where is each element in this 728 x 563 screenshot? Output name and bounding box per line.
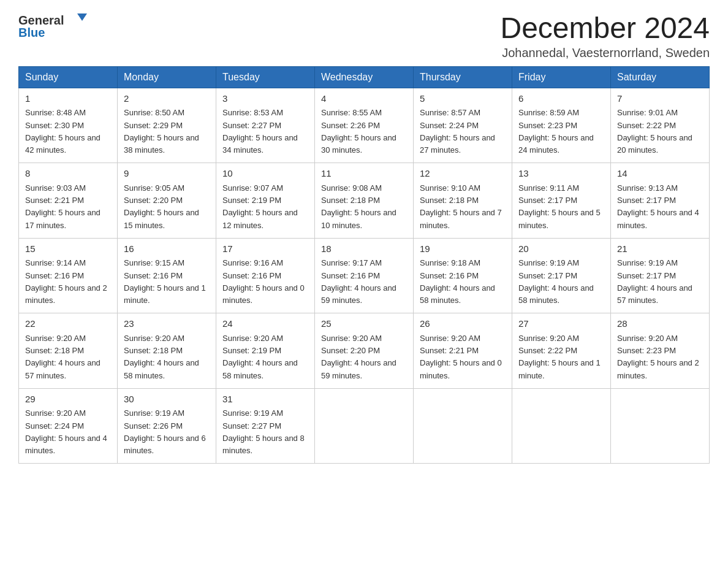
calendar-day-cell: 24 Sunrise: 9:20 AMSunset: 2:19 PMDaylig… <box>216 313 315 389</box>
day-number: 16 <box>124 242 210 256</box>
day-number: 30 <box>124 393 210 407</box>
day-info: Sunrise: 9:20 AMSunset: 2:20 PMDaylight:… <box>321 334 396 380</box>
calendar-day-cell: 23 Sunrise: 9:20 AMSunset: 2:18 PMDaylig… <box>118 313 216 389</box>
calendar-day-cell <box>315 388 414 464</box>
day-info: Sunrise: 9:11 AMSunset: 2:17 PMDaylight:… <box>518 183 601 230</box>
day-number: 25 <box>321 317 407 331</box>
header-tuesday: Tuesday <box>216 66 315 88</box>
day-number: 3 <box>222 92 308 106</box>
calendar-day-cell: 15 Sunrise: 9:14 AMSunset: 2:16 PMDaylig… <box>19 238 118 313</box>
day-info: Sunrise: 9:18 AMSunset: 2:16 PMDaylight:… <box>420 258 495 305</box>
day-info: Sunrise: 9:20 AMSunset: 2:18 PMDaylight:… <box>124 334 199 380</box>
calendar-week-row: 8 Sunrise: 9:03 AMSunset: 2:21 PMDayligh… <box>19 163 710 239</box>
day-info: Sunrise: 8:53 AMSunset: 2:27 PMDaylight:… <box>222 108 298 155</box>
day-info: Sunrise: 8:59 AMSunset: 2:23 PMDaylight:… <box>518 108 594 155</box>
day-number: 19 <box>420 242 506 256</box>
header: General Blue December 2024 Johannedal, V… <box>18 12 710 60</box>
day-info: Sunrise: 8:50 AMSunset: 2:29 PMDaylight:… <box>124 108 199 155</box>
header-saturday: Saturday <box>611 66 710 88</box>
day-info: Sunrise: 9:08 AMSunset: 2:18 PMDaylight:… <box>321 183 396 230</box>
day-number: 31 <box>222 393 308 407</box>
header-sunday: Sunday <box>19 66 118 88</box>
page-title: December 2024 <box>500 12 710 45</box>
calendar-day-cell: 17 Sunrise: 9:16 AMSunset: 2:16 PMDaylig… <box>216 238 315 313</box>
day-info: Sunrise: 8:55 AMSunset: 2:26 PMDaylight:… <box>321 108 396 155</box>
calendar-week-row: 15 Sunrise: 9:14 AMSunset: 2:16 PMDaylig… <box>19 238 710 313</box>
day-info: Sunrise: 9:20 AMSunset: 2:24 PMDaylight:… <box>25 408 107 455</box>
calendar-day-cell <box>611 388 710 464</box>
day-info: Sunrise: 9:03 AMSunset: 2:21 PMDaylight:… <box>25 183 100 230</box>
calendar-day-cell: 5 Sunrise: 8:57 AMSunset: 2:24 PMDayligh… <box>414 88 512 163</box>
day-number: 8 <box>25 167 111 181</box>
logo-icon: General Blue <box>18 12 92 40</box>
svg-text:Blue: Blue <box>18 26 45 39</box>
calendar-day-cell: 14 Sunrise: 9:13 AMSunset: 2:17 PMDaylig… <box>611 163 710 239</box>
calendar-day-cell: 18 Sunrise: 9:17 AMSunset: 2:16 PMDaylig… <box>315 238 414 313</box>
day-info: Sunrise: 9:05 AMSunset: 2:20 PMDaylight:… <box>124 183 199 230</box>
day-number: 24 <box>222 317 308 331</box>
day-info: Sunrise: 9:20 AMSunset: 2:22 PMDaylight:… <box>518 334 601 380</box>
day-number: 7 <box>617 92 703 106</box>
calendar-day-cell: 1 Sunrise: 8:48 AMSunset: 2:30 PMDayligh… <box>19 88 118 163</box>
logo: General Blue <box>18 12 92 40</box>
day-info: Sunrise: 9:01 AMSunset: 2:22 PMDaylight:… <box>617 108 692 155</box>
day-number: 9 <box>124 167 210 181</box>
calendar-day-cell: 25 Sunrise: 9:20 AMSunset: 2:20 PMDaylig… <box>315 313 414 389</box>
day-info: Sunrise: 8:57 AMSunset: 2:24 PMDaylight:… <box>420 108 495 155</box>
day-number: 21 <box>617 242 703 256</box>
day-info: Sunrise: 9:20 AMSunset: 2:18 PMDaylight:… <box>25 334 100 380</box>
calendar-day-cell: 20 Sunrise: 9:19 AMSunset: 2:17 PMDaylig… <box>512 238 611 313</box>
calendar-day-cell: 10 Sunrise: 9:07 AMSunset: 2:19 PMDaylig… <box>216 163 315 239</box>
day-info: Sunrise: 9:20 AMSunset: 2:19 PMDaylight:… <box>222 334 298 380</box>
calendar-day-cell: 26 Sunrise: 9:20 AMSunset: 2:21 PMDaylig… <box>414 313 512 389</box>
calendar-day-cell: 31 Sunrise: 9:19 AMSunset: 2:27 PMDaylig… <box>216 388 315 464</box>
day-number: 11 <box>321 167 407 181</box>
day-number: 15 <box>25 242 111 256</box>
calendar-day-cell: 9 Sunrise: 9:05 AMSunset: 2:20 PMDayligh… <box>118 163 216 239</box>
calendar-day-cell: 11 Sunrise: 9:08 AMSunset: 2:18 PMDaylig… <box>315 163 414 239</box>
page-subtitle: Johannedal, Vaesternorrland, Sweden <box>500 46 710 60</box>
day-number: 5 <box>420 92 506 106</box>
day-info: Sunrise: 9:13 AMSunset: 2:17 PMDaylight:… <box>617 183 699 230</box>
day-number: 22 <box>25 317 111 331</box>
calendar-day-cell: 13 Sunrise: 9:11 AMSunset: 2:17 PMDaylig… <box>512 163 611 239</box>
header-wednesday: Wednesday <box>315 66 414 88</box>
day-info: Sunrise: 9:19 AMSunset: 2:17 PMDaylight:… <box>518 258 594 305</box>
calendar-day-cell: 2 Sunrise: 8:50 AMSunset: 2:29 PMDayligh… <box>118 88 216 163</box>
calendar-day-cell: 29 Sunrise: 9:20 AMSunset: 2:24 PMDaylig… <box>19 388 118 464</box>
day-number: 12 <box>420 167 506 181</box>
day-number: 18 <box>321 242 407 256</box>
day-info: Sunrise: 9:14 AMSunset: 2:16 PMDaylight:… <box>25 258 107 305</box>
header-monday: Monday <box>118 66 216 88</box>
day-number: 26 <box>420 317 506 331</box>
svg-text:General: General <box>18 13 64 27</box>
calendar-week-row: 29 Sunrise: 9:20 AMSunset: 2:24 PMDaylig… <box>19 388 710 464</box>
calendar-week-row: 22 Sunrise: 9:20 AMSunset: 2:18 PMDaylig… <box>19 313 710 389</box>
header-thursday: Thursday <box>414 66 512 88</box>
calendar-day-cell: 21 Sunrise: 9:19 AMSunset: 2:17 PMDaylig… <box>611 238 710 313</box>
day-info: Sunrise: 9:19 AMSunset: 2:17 PMDaylight:… <box>617 258 692 305</box>
calendar-day-cell: 7 Sunrise: 9:01 AMSunset: 2:22 PMDayligh… <box>611 88 710 163</box>
day-info: Sunrise: 9:19 AMSunset: 2:26 PMDaylight:… <box>124 408 206 455</box>
day-info: Sunrise: 9:07 AMSunset: 2:19 PMDaylight:… <box>222 183 298 230</box>
day-info: Sunrise: 8:48 AMSunset: 2:30 PMDaylight:… <box>25 108 100 155</box>
day-info: Sunrise: 9:19 AMSunset: 2:27 PMDaylight:… <box>222 408 305 455</box>
calendar-day-cell: 6 Sunrise: 8:59 AMSunset: 2:23 PMDayligh… <box>512 88 611 163</box>
day-number: 1 <box>25 92 111 106</box>
calendar-day-cell: 28 Sunrise: 9:20 AMSunset: 2:23 PMDaylig… <box>611 313 710 389</box>
day-number: 20 <box>518 242 604 256</box>
day-number: 6 <box>518 92 604 106</box>
weekday-header-row: Sunday Monday Tuesday Wednesday Thursday… <box>19 66 710 88</box>
day-info: Sunrise: 9:15 AMSunset: 2:16 PMDaylight:… <box>124 258 206 305</box>
calendar-day-cell: 4 Sunrise: 8:55 AMSunset: 2:26 PMDayligh… <box>315 88 414 163</box>
calendar-day-cell: 30 Sunrise: 9:19 AMSunset: 2:26 PMDaylig… <box>118 388 216 464</box>
day-number: 13 <box>518 167 604 181</box>
day-number: 17 <box>222 242 308 256</box>
calendar-day-cell <box>512 388 611 464</box>
day-number: 29 <box>25 393 111 407</box>
calendar-day-cell: 27 Sunrise: 9:20 AMSunset: 2:22 PMDaylig… <box>512 313 611 389</box>
calendar-table: Sunday Monday Tuesday Wednesday Thursday… <box>18 66 710 464</box>
day-number: 27 <box>518 317 604 331</box>
day-info: Sunrise: 9:16 AMSunset: 2:16 PMDaylight:… <box>222 258 305 305</box>
day-number: 2 <box>124 92 210 106</box>
